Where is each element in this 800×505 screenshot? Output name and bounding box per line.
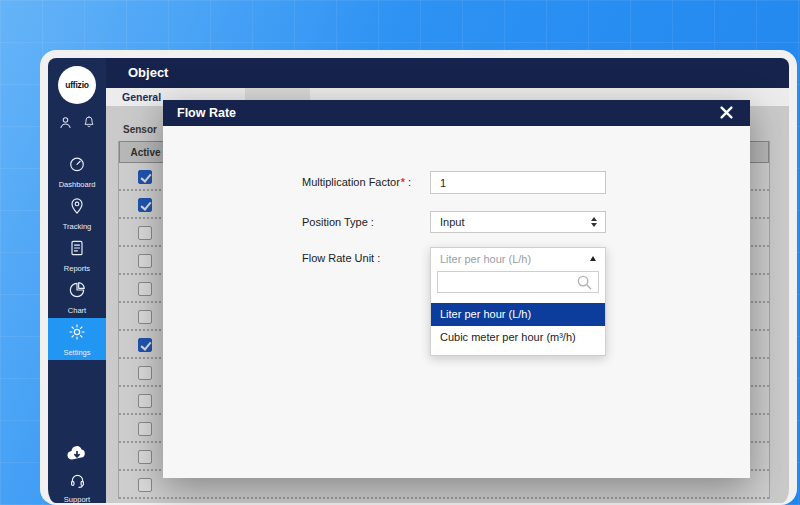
modal-title: Flow Rate	[177, 106, 236, 120]
report-icon	[67, 238, 87, 262]
tab-general[interactable]: General	[116, 88, 167, 106]
page-title: Object	[128, 58, 789, 88]
flow-rate-modal: Flow Rate Multiplication Factor*: Positi…	[163, 100, 750, 478]
gear-icon	[67, 322, 87, 346]
close-icon[interactable]	[720, 105, 736, 121]
bell-icon[interactable]	[81, 114, 97, 135]
search-icon	[576, 274, 593, 295]
sidebar: uffizio	[48, 58, 106, 503]
page-header: Object	[106, 58, 789, 88]
location-pin-icon	[67, 196, 87, 220]
flow-rate-unit-label: Flow Rate Unit:	[302, 252, 380, 264]
gauge-icon	[67, 154, 87, 178]
pie-chart-icon	[67, 280, 87, 304]
dropdown-option-cubic-meter-per-hour[interactable]: Cubic meter per hour (m³/h)	[431, 326, 605, 349]
sidebar-item-reports[interactable]: Reports	[48, 234, 106, 276]
modal-header: Flow Rate	[163, 100, 750, 126]
sidebar-item-label: Tracking	[63, 222, 91, 231]
multiplication-factor-label: Multiplication Factor*:	[302, 176, 411, 188]
sidebar-item-chart[interactable]: Chart	[48, 276, 106, 318]
headset-icon	[68, 471, 87, 494]
page-background: uffizio	[0, 0, 800, 505]
sidebar-item-label: Reports	[64, 264, 90, 273]
sidebar-item-label: Chart	[68, 306, 86, 315]
sidebar-item-label: Support	[64, 495, 90, 504]
cloud-download-icon[interactable]	[48, 441, 106, 465]
logo-text: uffizio	[65, 80, 89, 90]
position-type-label: Position Type:	[302, 216, 374, 228]
sidebar-item-dashboard[interactable]: Dashboard	[48, 150, 106, 192]
sidebar-item-label: Settings	[63, 348, 90, 357]
uffizio-logo[interactable]: uffizio	[58, 66, 96, 104]
flow-rate-unit-dropdown: Liter per hour (L/h) Liter per hour (L/h…	[430, 247, 606, 356]
user-icon[interactable]	[57, 114, 74, 135]
sidebar-item-tracking[interactable]: Tracking	[48, 192, 106, 234]
flow-rate-unit-control[interactable]: Liter per hour (L/h)	[431, 248, 605, 269]
dropdown-option-liter-per-hour[interactable]: Liter per hour (L/h)	[431, 303, 605, 326]
flow-rate-unit-display: Liter per hour (L/h)	[440, 253, 531, 265]
position-type-select[interactable]: Input	[430, 211, 606, 233]
select-updown-icon	[591, 217, 597, 227]
sidebar-item-label: Dashboard	[59, 180, 96, 189]
multiplication-factor-input[interactable]	[430, 171, 606, 194]
position-type-value: Input	[440, 216, 464, 228]
sidebar-item-support[interactable]: Support	[48, 471, 106, 503]
chevron-up-icon	[590, 256, 596, 261]
sidebar-item-settings[interactable]: Settings	[48, 318, 106, 360]
dropdown-search-input[interactable]	[437, 271, 599, 293]
